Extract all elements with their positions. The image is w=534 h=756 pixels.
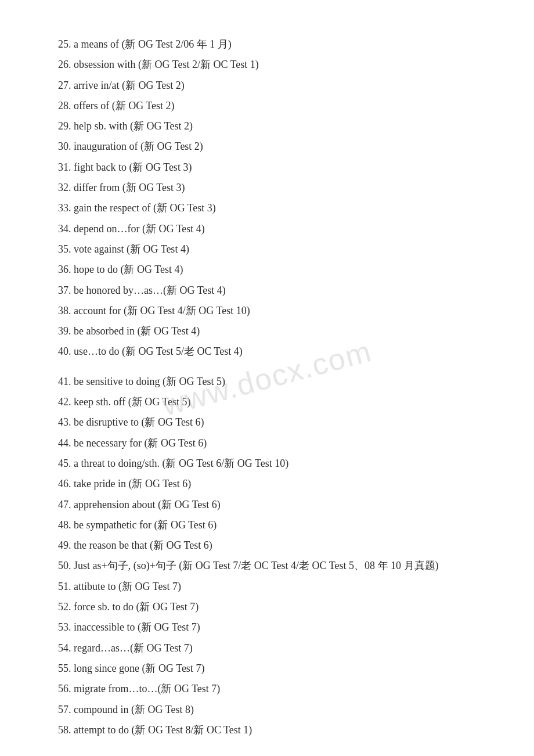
- list-item-text: 40. use…to do (新 OG Test 5/老 OC Test 4): [58, 345, 243, 357]
- list-item: 57. compound in (新 OG Test 8): [58, 700, 476, 719]
- list-item: 49. the reason be that (新 OG Test 6): [58, 536, 476, 555]
- list-item-text: 48. be sympathetic for (新 OG Test 6): [58, 519, 217, 531]
- list-item-text: 38. account for (新 OG Test 4/新 OG Test 1…: [58, 305, 250, 316]
- list-item-text: 46. take pride in (新 OG Test 6): [58, 478, 191, 489]
- list-item-text: 37. be honored by…as…(新 OG Test 4): [58, 285, 226, 296]
- list-item: 32. differ from (新 OG Test 3): [58, 178, 476, 197]
- list-item: 34. depend on…for (新 OG Test 4): [58, 219, 476, 239]
- list-item: 54. regard…as…(新 OG Test 7): [58, 639, 476, 658]
- list-item-text: 33. gain the respect of (新 OG Test 3): [58, 202, 216, 214]
- list-item: 58. attempt to do (新 OG Test 8/新 OC Test…: [58, 721, 476, 740]
- list-item-text: 58. attempt to do (新 OG Test 8/新 OC Test…: [58, 724, 252, 736]
- list-item-text: 54. regard…as…(新 OG Test 7): [58, 642, 193, 654]
- list-item: 56. migrate from…to…(新 OG Test 7): [58, 679, 476, 699]
- list-item: 47. apprehension about (新 OG Test 6): [58, 495, 476, 514]
- list-item-text: 31. fight back to (新 OG Test 3): [58, 161, 192, 173]
- list-item-text: 49. the reason be that (新 OG Test 6): [58, 539, 212, 551]
- list-item-text: 32. differ from (新 OG Test 3): [58, 182, 185, 193]
- list-item-text: 52. force sb. to do (新 OG Test 7): [58, 601, 199, 613]
- list-item-text: 29. help sb. with (新 OG Test 2): [58, 120, 193, 132]
- list-item-text: 44. be necessary for (新 OG Test 6): [58, 437, 207, 449]
- list-item: 31. fight back to (新 OG Test 3): [58, 158, 476, 177]
- list-item: 39. be absorbed in (新 OG Test 4): [58, 322, 476, 341]
- list-item: 27. arrive in/at (新 OG Test 2): [58, 76, 476, 95]
- list-item-text: 41. be sensitive to doing (新 OG Test 5): [58, 376, 225, 387]
- list-item-text: 57. compound in (新 OG Test 8): [58, 704, 194, 715]
- list-item-text: 34. depend on…for (新 OG Test 4): [58, 223, 205, 235]
- list-item-text: 28. offers of (新 OG Test 2): [58, 100, 175, 111]
- list-item-text: 47. apprehension about (新 OG Test 6): [58, 499, 221, 510]
- list-item: 36. hope to do (新 OG Test 4): [58, 260, 476, 279]
- list-item: 44. be necessary for (新 OG Test 6): [58, 434, 476, 453]
- list-item: 55. long since gone (新 OG Test 7): [58, 659, 476, 678]
- list-item-text: 25. a means of (新 OG Test 2/06 年 1 月): [58, 38, 232, 50]
- list-item-text: 39. be absorbed in (新 OG Test 4): [58, 325, 200, 337]
- content-list: 25. a means of (新 OG Test 2/06 年 1 月)26.…: [58, 35, 476, 740]
- list-item: 33. gain the respect of (新 OG Test 3): [58, 199, 476, 218]
- list-item: 26. obsession with (新 OG Test 2/新 OC Tes…: [58, 55, 476, 74]
- list-item-text: 45. a threat to doing/sth. (新 OG Test 6/…: [58, 458, 288, 469]
- list-item: 37. be honored by…as…(新 OG Test 4): [58, 281, 476, 300]
- list-item-text: 50. Just as+句子, (so)+句子 (新 OG Test 7/老 O…: [58, 560, 439, 571]
- list-item: 35. vote against (新 OG Test 4): [58, 240, 476, 259]
- list-item: 45. a threat to doing/sth. (新 OG Test 6/…: [58, 454, 476, 473]
- list-item: 46. take pride in (新 OG Test 6): [58, 474, 476, 494]
- list-item: 42. keep sth. off (新 OG Test 5): [58, 393, 476, 412]
- list-item-text: 56. migrate from…to…(新 OG Test 7): [58, 683, 220, 694]
- list-item: 28. offers of (新 OG Test 2): [58, 96, 476, 116]
- list-item: 29. help sb. with (新 OG Test 2): [58, 117, 476, 136]
- list-item: 51. attibute to (新 OG Test 7): [58, 577, 476, 596]
- list-item-text: 30. inauguration of (新 OG Test 2): [58, 141, 203, 152]
- list-item: 38. account for (新 OG Test 4/新 OG Test 1…: [58, 301, 476, 321]
- list-item: 40. use…to do (新 OG Test 5/老 OC Test 4): [58, 342, 476, 361]
- list-item: 48. be sympathetic for (新 OG Test 6): [58, 516, 476, 535]
- list-item: 25. a means of (新 OG Test 2/06 年 1 月): [58, 35, 476, 54]
- list-item-text: 55. long since gone (新 OG Test 7): [58, 663, 204, 674]
- list-item-text: 53. inaccessible to (新 OG Test 7): [58, 621, 200, 633]
- list-item-text: 36. hope to do (新 OG Test 4): [58, 264, 183, 275]
- list-item: 50. Just as+句子, (so)+句子 (新 OG Test 7/老 O…: [58, 556, 476, 575]
- list-item-text: 51. attibute to (新 OG Test 7): [58, 581, 181, 592]
- list-item: 30. inauguration of (新 OG Test 2): [58, 137, 476, 156]
- list-item-text: 26. obsession with (新 OG Test 2/新 OC Tes…: [58, 59, 259, 70]
- list-item: 41. be sensitive to doing (新 OG Test 5): [58, 372, 476, 391]
- list-item-text: 42. keep sth. off (新 OG Test 5): [58, 396, 191, 408]
- list-item-text: 43. be disruptive to (新 OG Test 6): [58, 416, 204, 428]
- list-item-text: 27. arrive in/at (新 OG Test 2): [58, 80, 185, 91]
- list-item: 52. force sb. to do (新 OG Test 7): [58, 597, 476, 617]
- list-item-text: 35. vote against (新 OG Test 4): [58, 243, 189, 255]
- list-item: 53. inaccessible to (新 OG Test 7): [58, 618, 476, 637]
- list-item: 43. be disruptive to (新 OG Test 6): [58, 413, 476, 432]
